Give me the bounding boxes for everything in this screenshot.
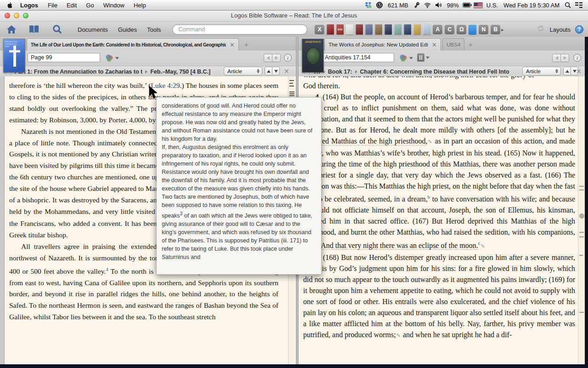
left-forward-button[interactable]: [272, 54, 281, 62]
menu-file[interactable]: File: [43, 2, 62, 9]
spotlight-icon[interactable]: [563, 1, 572, 9]
right-reading-pane[interactable]: who died for it, and such as died with t…: [299, 76, 585, 364]
right-new-tab-button[interactable]: +: [469, 40, 473, 48]
left-info-button[interactable]: i: [284, 54, 292, 62]
right-visual-filters-button[interactable]: [399, 53, 413, 63]
right-resource-cover[interactable]: JOSEPHUS: [302, 39, 324, 73]
shortcut-document-icon[interactable]: [469, 25, 476, 34]
right-crumb-chapter[interactable]: Chapter 6: Concerning the Disease that H…: [360, 69, 509, 75]
annotation-marker: [289, 80, 294, 81]
wifi-icon[interactable]: [423, 1, 432, 9]
shortcut-book-10[interactable]: [413, 24, 421, 34]
battery-icon[interactable]: [463, 1, 472, 9]
shortcut-book-9[interactable]: [404, 24, 411, 34]
shortcut-book-8[interactable]: [394, 24, 401, 34]
left-next-article-button[interactable]: [272, 67, 280, 75]
notification-center-icon[interactable]: [574, 1, 583, 9]
right-locator-input[interactable]: [322, 53, 394, 62]
home-button[interactable]: [4, 23, 19, 36]
right-forward-button[interactable]: [560, 54, 569, 62]
menu-app-name[interactable]: Logos: [15, 2, 43, 9]
shortcut-book-11[interactable]: [423, 24, 430, 34]
text-run: God therein.: [303, 82, 340, 90]
left-new-tab-button[interactable]: +: [244, 40, 249, 48]
apple-menu[interactable]: [0, 2, 15, 9]
left-article-select[interactable]: Article: [224, 67, 262, 75]
paragraph: 5. (168) But now Herod’s distemper great…: [303, 252, 575, 341]
annotated-phrase[interactable]: deprived Matthias of the high priesthood…: [303, 137, 427, 145]
help-button[interactable]: ?: [575, 25, 583, 34]
left-visual-filters-button[interactable]: [105, 53, 119, 63]
input-source-flag-icon[interactable]: [474, 1, 483, 9]
layouts-menu[interactable]: Layouts: [549, 26, 571, 33]
shortcut-badge-c[interactable]: C: [445, 25, 454, 34]
shortcut-badge-n[interactable]: N: [479, 25, 488, 34]
menu-go[interactable]: Go: [81, 2, 98, 9]
left-crumb-date[interactable]: Feb.–May, 750 [4 B.C.]: [150, 69, 210, 75]
tools-menu[interactable]: Tools: [142, 26, 166, 33]
sync-icon[interactable]: [537, 25, 545, 34]
note-icon[interactable]: ✎: [480, 243, 485, 249]
shortcut-badge-b[interactable]: B: [491, 25, 500, 34]
right-tab-close-icon[interactable]: ✕: [432, 42, 437, 48]
left-crumb-part[interactable]: Part 1: From the Annunciation to Zachari…: [14, 69, 142, 75]
shortcut-badge-ω[interactable]: Ω: [457, 25, 466, 34]
left-back-button[interactable]: [264, 54, 272, 62]
annotation-marker: [289, 86, 294, 86]
dropbox-icon[interactable]: [364, 1, 373, 9]
volume-icon[interactable]: [434, 1, 443, 9]
documents-menu[interactable]: Documents: [73, 26, 113, 33]
memory-usage-label[interactable]: 621 MB: [386, 2, 410, 9]
shortcut-book-3[interactable]: [346, 24, 353, 34]
menu-window[interactable]: Window: [99, 2, 129, 9]
shortcut-book-5[interactable]: [365, 24, 373, 34]
right-tab-active[interactable]: The Works of Josephus: New Updated Editi…: [324, 38, 441, 51]
right-tab-ubs4[interactable]: UBS4: [442, 38, 464, 51]
left-resource-cover[interactable]: The Life of OurLord Upon theEarth: [3, 39, 25, 73]
note-icon[interactable]: ✎: [427, 139, 432, 145]
desktop-bottom-edge: [0, 364, 588, 368]
shortcut-book-2[interactable]: ESV: [336, 24, 344, 34]
note-icon[interactable]: ✎: [396, 333, 401, 339]
command-box-wrap: [172, 24, 307, 34]
menu-edit[interactable]: Edit: [62, 2, 81, 9]
left-locator-input[interactable]: [28, 53, 100, 62]
right-crumb-book[interactable]: Book 17:: [328, 69, 352, 75]
battery-percent-label[interactable]: 98%: [445, 2, 461, 9]
left-tab-close-icon[interactable]: ✕: [230, 42, 235, 48]
right-previous-article-button[interactable]: [563, 67, 571, 75]
shortcuts-overflow-arrow[interactable]: ▸: [501, 27, 503, 32]
shortcut-book-1[interactable]: [327, 24, 334, 34]
shortcut-book-7[interactable]: [384, 24, 392, 34]
left-previous-article-button[interactable]: [265, 67, 272, 75]
menu-help[interactable]: Help: [129, 2, 151, 9]
annotated-phrase[interactable]: And that very night there was an eclipse…: [321, 242, 478, 250]
right-breadcrumb-close[interactable]: ✕: [576, 68, 582, 75]
shortcut-book-6[interactable]: [375, 24, 382, 34]
left-article-select-value: Article: [224, 69, 257, 74]
right-back-button[interactable]: [552, 54, 561, 62]
library-button[interactable]: [27, 23, 42, 36]
guides-menu[interactable]: Guides: [113, 26, 142, 33]
right-info-button[interactable]: i: [573, 54, 581, 62]
left-breadcrumb-close[interactable]: ✕: [284, 68, 289, 75]
command-input[interactable]: [172, 24, 307, 34]
left-tab-active[interactable]: The Life of Our Lord Upon the Earth: Con…: [27, 38, 239, 51]
mouse-cursor: [149, 86, 161, 101]
shortcut-badge-x[interactable]: X: [315, 25, 324, 34]
key-icon[interactable]: [412, 1, 421, 9]
memory-gauge-icon[interactable]: [375, 1, 384, 9]
right-parallel-resources-button[interactable]: [417, 53, 430, 62]
input-source-label[interactable]: U.S.: [485, 2, 500, 9]
menubar-clock[interactable]: Wed Feb 19 5:30 AM: [502, 2, 561, 9]
right-scrollbar[interactable]: [578, 76, 585, 364]
scrollbar-thumb[interactable]: [579, 213, 584, 218]
title-bar[interactable]: Logos Bible Software – Read: The Life of…: [0, 10, 588, 22]
shortcut-book-4[interactable]: [356, 24, 363, 34]
annotation-marker: [579, 232, 584, 233]
right-tab-title: The Works of Josephus: New Updated Editi…: [328, 42, 428, 47]
right-article-select[interactable]: Article: [522, 67, 561, 75]
search-button[interactable]: [50, 23, 65, 36]
shortcut-badge-a[interactable]: A: [433, 25, 442, 34]
left-history-nav: [264, 54, 281, 62]
